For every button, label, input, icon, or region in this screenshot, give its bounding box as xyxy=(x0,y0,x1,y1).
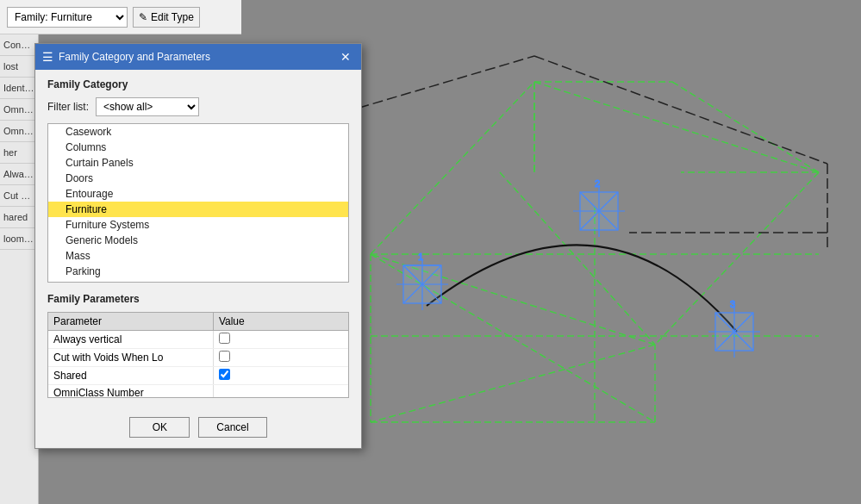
dialog-icon: ☰ xyxy=(42,50,53,64)
left-panel: Constrain lost Identity D OmniCla... Omn… xyxy=(0,34,39,504)
col-parameter: Parameter xyxy=(48,313,213,331)
param-value-omniclass-number xyxy=(213,385,348,399)
param-row-omniclass-number: OmniClass Number xyxy=(48,385,348,399)
param-name-always-vertical: Always vertical xyxy=(48,331,213,349)
dialog-titlebar: ☰ Family Category and Parameters ✕ xyxy=(35,44,361,70)
left-panel-item: OmniCla... xyxy=(0,99,38,121)
list-item-casework[interactable]: Casework xyxy=(48,124,348,140)
param-name-shared: Shared xyxy=(48,367,213,385)
family-parameters-section: Family Parameters Parameter Value Always… xyxy=(47,293,349,398)
params-table: Parameter Value Always vertical Cut w xyxy=(48,313,348,398)
checkbox-shared[interactable] xyxy=(219,369,230,380)
svg-text:1: 1 xyxy=(418,252,423,262)
family-category-label: Family Category xyxy=(47,78,349,90)
dialog-title: Family Category and Parameters xyxy=(59,51,210,63)
dialog-close-button[interactable]: ✕ xyxy=(337,49,354,65)
left-panel-item: Identity D xyxy=(0,78,38,99)
param-name-cut-with-voids: Cut with Voids When Lo xyxy=(48,349,213,367)
filter-row: Filter list: <show all> Furniture Doors … xyxy=(47,97,349,116)
list-item-mass[interactable]: Mass xyxy=(48,248,348,264)
list-item-doors[interactable]: Doors xyxy=(48,171,348,186)
col-value: Value xyxy=(213,313,348,331)
left-panel-item: hared xyxy=(0,207,38,228)
edit-type-button[interactable]: ✎ Edit Type xyxy=(133,7,200,28)
checkbox-cut-with-voids[interactable] xyxy=(219,351,230,362)
left-panel-item: lost xyxy=(0,56,38,78)
family-select[interactable]: Family: Furniture xyxy=(7,7,128,28)
left-panel-item: loom Ca xyxy=(0,228,38,250)
cancel-button[interactable]: Cancel xyxy=(198,417,266,438)
family-category-dialog: ☰ Family Category and Parameters ✕ Famil… xyxy=(34,43,362,449)
list-item-furniture-systems[interactable]: Furniture Systems xyxy=(48,217,348,233)
param-value-always-vertical xyxy=(213,331,348,349)
dialog-title-left: ☰ Family Category and Parameters xyxy=(42,50,210,64)
checkbox-always-vertical[interactable] xyxy=(219,333,230,344)
param-name-omniclass-number: OmniClass Number xyxy=(48,385,213,399)
svg-text:2: 2 xyxy=(595,178,600,189)
toolbar: Family: Furniture ✎ Edit Type xyxy=(0,0,241,34)
filter-select[interactable]: <show all> Furniture Doors Windows xyxy=(96,97,199,116)
svg-text:3: 3 xyxy=(730,299,735,309)
dialog-body: Family Category Filter list: <show all> … xyxy=(35,70,361,407)
list-item-planting[interactable]: Planting xyxy=(48,279,348,283)
dialog-buttons: OK Cancel xyxy=(35,407,361,448)
param-row-cut-with-voids: Cut with Voids When Lo xyxy=(48,349,348,367)
left-panel-item: OmniCla... xyxy=(0,121,38,142)
left-panel-item: her xyxy=(0,142,38,164)
list-item-columns[interactable]: Columns xyxy=(48,140,348,155)
edit-type-icon: ✎ xyxy=(139,11,147,23)
param-value-shared xyxy=(213,367,348,385)
left-panel-item: Always ve xyxy=(0,164,38,185)
left-panel-item: Cut with xyxy=(0,185,38,207)
list-item-parking[interactable]: Parking xyxy=(48,264,348,279)
param-value-cut-with-voids xyxy=(213,349,348,367)
list-item-curtain-panels[interactable]: Curtain Panels xyxy=(48,155,348,171)
family-parameters-label: Family Parameters xyxy=(47,293,349,305)
list-item-furniture[interactable]: Furniture xyxy=(48,202,348,217)
params-table-wrap[interactable]: Parameter Value Always vertical Cut w xyxy=(47,312,349,398)
ok-button[interactable]: OK xyxy=(129,417,190,438)
param-row-always-vertical: Always vertical xyxy=(48,331,348,349)
left-panel-item: Constrain xyxy=(0,34,38,56)
edit-type-label: Edit Type xyxy=(151,11,194,23)
list-item-generic-models[interactable]: Generic Models xyxy=(48,233,348,248)
list-item-entourage[interactable]: Entourage xyxy=(48,186,348,202)
category-list[interactable]: Casework Columns Curtain Panels Doors En… xyxy=(47,123,349,283)
filter-label: Filter list: xyxy=(47,101,89,113)
param-row-shared: Shared xyxy=(48,367,348,385)
